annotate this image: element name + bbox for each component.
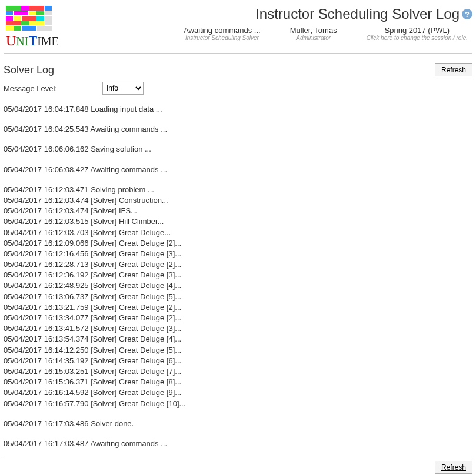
- log-line: 05/04/2017 16:15:03.251 [Solver] Great D…: [4, 366, 472, 377]
- status-row: Awaiting commands ... Instructor Schedul…: [62, 26, 472, 41]
- log-timestamp: 05/04/2017 16:13:06.737: [4, 292, 89, 301]
- log-block: 05/04/2017 16:04:25.543 Awaiting command…: [4, 124, 472, 135]
- status-main: Awaiting commands ...: [184, 26, 261, 35]
- log-block: 05/04/2017 16:17:03.486 Solver done.: [4, 419, 472, 429]
- log-message: Awaiting commands ...: [89, 125, 167, 133]
- log-line: 05/04/2017 16:06:06.162 Saving solution …: [4, 144, 472, 155]
- log-timestamp: 05/04/2017 16:13:54.374: [4, 334, 89, 343]
- log-timestamp: 05/04/2017 16:16:57.790: [4, 399, 89, 408]
- log-line: 05/04/2017 16:12:03.471 Solving problem …: [4, 185, 472, 195]
- log-timestamp: 05/04/2017 16:14:35.192: [4, 356, 89, 365]
- log-timestamp: 05/04/2017 16:12:03.474: [4, 206, 89, 215]
- log-message: [Solver] Great Deluge [2]...: [89, 303, 182, 312]
- log-block: 05/04/2017 16:06:08.427 Awaiting command…: [4, 165, 472, 175]
- page-header: UNITIME Instructor Scheduling Solver Log…: [4, 4, 472, 54]
- page-title-text: Instructor Scheduling Solver Log: [255, 6, 460, 22]
- message-level-row: Message Level: Info: [4, 82, 472, 95]
- log-line: 05/04/2017 16:17:03.487 Awaiting command…: [4, 439, 472, 449]
- log-line: 05/04/2017 16:12:28.713 [Solver] Great D…: [4, 259, 472, 270]
- status-session[interactable]: Spring 2017 (PWL) Click here to change t…: [367, 26, 468, 41]
- log-message: [Solver] Great Deluge [5]...: [89, 346, 182, 354]
- log-line: 05/04/2017 16:12:09.066 [Solver] Great D…: [4, 238, 472, 249]
- footer-bar: Refresh: [4, 459, 472, 474]
- log-block: 05/04/2017 16:17:03.487 Awaiting command…: [4, 439, 472, 449]
- section-title: Solver Log: [4, 64, 54, 76]
- log-line: 05/04/2017 16:12:03.703 [Solver] Great D…: [4, 228, 472, 238]
- log-line: 05/04/2017 16:12:03.474 [Solver] Constru…: [4, 195, 472, 206]
- log-line: 05/04/2017 16:15:36.371 [Solver] Great D…: [4, 377, 472, 387]
- log-line: 05/04/2017 16:14:35.192 [Solver] Great D…: [4, 356, 472, 366]
- log-timestamp: 05/04/2017 16:13:41.572: [4, 324, 89, 333]
- message-level-select[interactable]: Info: [102, 82, 144, 95]
- status-main: Muller, Tomas: [290, 26, 337, 35]
- log-message: Loading input data ...: [89, 105, 162, 113]
- log-message: [Solver] Great Deluge [2]...: [89, 313, 182, 322]
- logo[interactable]: UNITIME: [4, 4, 62, 51]
- log-message: [Solver] Great Deluge...: [89, 228, 171, 237]
- log-line: 05/04/2017 16:13:54.374 [Solver] Great D…: [4, 334, 472, 344]
- log-timestamp: 05/04/2017 16:15:03.251: [4, 367, 89, 376]
- log-message: Awaiting commands ...: [89, 439, 167, 448]
- log-timestamp: 05/04/2017 16:17:03.486: [4, 419, 89, 428]
- log-line: 05/04/2017 16:12:48.925 [Solver] Great D…: [4, 280, 472, 291]
- log-message: Saving solution ...: [89, 145, 151, 153]
- log-line: 05/04/2017 16:13:06.737 [Solver] Great D…: [4, 292, 472, 302]
- logo-text: UNITIME: [6, 33, 60, 49]
- log-timestamp: 05/04/2017 16:12:03.474: [4, 196, 89, 205]
- log-message: [Solver] Great Deluge [3]...: [89, 249, 182, 258]
- log-line: 05/04/2017 16:12:03.474 [Solver] IFS...: [4, 206, 472, 216]
- message-level-label: Message Level:: [4, 84, 92, 93]
- status-sub: Administrator: [290, 35, 337, 41]
- section-header: Solver Log Refresh: [4, 63, 472, 78]
- log-line: 05/04/2017 16:14:12.250 [Solver] Great D…: [4, 345, 472, 356]
- log-timestamp: 05/04/2017 16:14:12.250: [4, 346, 89, 354]
- refresh-button-bottom[interactable]: Refresh: [435, 461, 472, 474]
- log-line: 05/04/2017 16:04:25.543 Awaiting command…: [4, 124, 472, 135]
- log-timestamp: 05/04/2017 16:12:36.192: [4, 270, 89, 279]
- log-timestamp: 05/04/2017 16:06:08.427: [4, 165, 89, 174]
- status-user[interactable]: Muller, Tomas Administrator: [290, 26, 337, 41]
- status-sub: Instructor Scheduling Solver: [184, 35, 261, 41]
- log-line: 05/04/2017 16:13:34.077 [Solver] Great D…: [4, 313, 472, 323]
- log-line: 05/04/2017 16:04:17.848 Loading input da…: [4, 104, 472, 115]
- log-message: [Solver] Great Deluge [2]...: [89, 260, 182, 269]
- log-timestamp: 05/04/2017 16:12:03.515: [4, 217, 89, 226]
- status-main: Spring 2017 (PWL): [367, 26, 468, 35]
- log-timestamp: 05/04/2017 16:12:03.471: [4, 185, 89, 194]
- log-line: 05/04/2017 16:12:16.456 [Solver] Great D…: [4, 249, 472, 259]
- status-solver[interactable]: Awaiting commands ... Instructor Schedul…: [184, 26, 261, 41]
- log-timestamp: 05/04/2017 16:12:48.925: [4, 281, 89, 290]
- log-block: 05/04/2017 16:04:17.848 Loading input da…: [4, 104, 472, 115]
- log-timestamp: 05/04/2017 16:12:28.713: [4, 260, 89, 269]
- log-message: [Solver] Construction...: [89, 196, 168, 205]
- log-message: Solving problem ...: [89, 185, 154, 194]
- log-line: 05/04/2017 16:16:57.790 [Solver] Great D…: [4, 399, 472, 409]
- log-message: [Solver] Great Deluge [7]...: [89, 367, 182, 376]
- log-timestamp: 05/04/2017 16:12:16.456: [4, 249, 89, 258]
- log-line: 05/04/2017 16:17:03.486 Solver done.: [4, 419, 472, 429]
- log-message: [Solver] Hill Climber...: [89, 217, 164, 226]
- log-block: 05/04/2017 16:12:03.471 Solving problem …: [4, 185, 472, 409]
- log-message: Awaiting commands ...: [89, 165, 167, 174]
- logo-blocks-icon: [6, 6, 52, 31]
- log-timestamp: 05/04/2017 16:12:03.703: [4, 228, 89, 237]
- log-line: 05/04/2017 16:12:36.192 [Solver] Great D…: [4, 270, 472, 280]
- status-sub: Click here to change the session / role.: [367, 35, 468, 41]
- log-timestamp: 05/04/2017 16:06:06.162: [4, 145, 89, 153]
- help-icon[interactable]: ?: [462, 9, 472, 19]
- log-message: [Solver] Great Deluge [8]...: [89, 377, 182, 386]
- log-message: [Solver] Great Deluge [3]...: [89, 270, 182, 279]
- log-line: 05/04/2017 16:12:03.515 [Solver] Hill Cl…: [4, 216, 472, 227]
- log-message: [Solver] Great Deluge [9]...: [89, 388, 182, 397]
- log-line: 05/04/2017 16:13:21.759 [Solver] Great D…: [4, 302, 472, 313]
- log-timestamp: 05/04/2017 16:13:21.759: [4, 303, 89, 312]
- log-message: [Solver] Great Deluge [6]...: [89, 356, 182, 365]
- log-timestamp: 05/04/2017 16:16:14.592: [4, 388, 89, 397]
- log-timestamp: 05/04/2017 16:13:34.077: [4, 313, 89, 322]
- log-message: Solver done.: [89, 419, 134, 428]
- log-timestamp: 05/04/2017 16:17:03.487: [4, 439, 89, 448]
- log-timestamp: 05/04/2017 16:04:17.848: [4, 105, 89, 113]
- log-timestamp: 05/04/2017 16:15:36.371: [4, 377, 89, 386]
- log-timestamp: 05/04/2017 16:12:09.066: [4, 239, 89, 247]
- refresh-button-top[interactable]: Refresh: [435, 63, 472, 76]
